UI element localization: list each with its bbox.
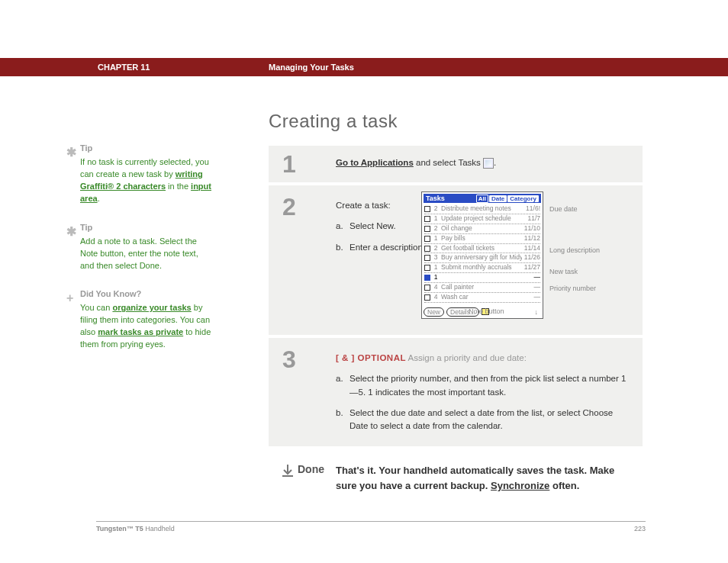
pda-task-row[interactable]: 1Update project schedule11/7 bbox=[424, 214, 540, 224]
substep-letter: b. bbox=[336, 241, 350, 254]
priority-number[interactable]: 4 bbox=[433, 283, 439, 292]
step-optional-line: [ & ] OPTIONAL Assign a priority and due… bbox=[336, 352, 629, 365]
asterisk-icon: ✱ bbox=[66, 143, 76, 161]
priority-number[interactable]: 1 bbox=[433, 234, 439, 243]
checkbox-icon[interactable] bbox=[424, 226, 430, 232]
pda-tabs: AllDateCategory bbox=[475, 195, 539, 202]
tip-body: If no task is currently selected, you ca… bbox=[80, 156, 214, 205]
checkbox-icon[interactable] bbox=[424, 294, 430, 301]
chapter-label: CHAPTER 11 bbox=[98, 63, 150, 72]
tips-sidebar: ✱TipIf no task is currently selected, yo… bbox=[80, 143, 214, 368]
pda-task-row[interactable]: 1Pay bills11/12 bbox=[424, 234, 540, 244]
scroll-down-icon[interactable]: ↓ bbox=[535, 308, 539, 316]
due-date[interactable]: — bbox=[534, 283, 541, 292]
checkbox-icon[interactable] bbox=[424, 216, 430, 222]
step-text: . bbox=[494, 158, 496, 167]
callout-new-task: New task bbox=[549, 268, 578, 275]
due-date[interactable]: 11/10 bbox=[524, 224, 540, 233]
tip-text: You can bbox=[80, 303, 112, 312]
pda-task-row[interactable]: 4Wash car— bbox=[424, 293, 540, 303]
callout-long-description: Long description bbox=[549, 246, 600, 254]
pda-task-list: 2Distribute meeting notes11/6!1Update pr… bbox=[424, 203, 541, 304]
pda-frame: TasksAllDateCategory2Distribute meeting … bbox=[421, 191, 543, 319]
priority-number[interactable]: 2 bbox=[433, 204, 439, 214]
product-name: Tungsten™ T5 Handheld bbox=[96, 525, 175, 532]
due-date[interactable]: 11/6! bbox=[526, 204, 540, 214]
priority-number[interactable]: 1 bbox=[433, 263, 439, 272]
step: 1Go to Applications and select Tasks . bbox=[269, 143, 643, 182]
step-number: 1 bbox=[282, 152, 336, 176]
done-text-post: often. bbox=[549, 480, 579, 491]
synchronize-link[interactable]: Synchronize bbox=[491, 480, 549, 491]
done-label-group: Done bbox=[282, 463, 336, 493]
priority-number[interactable]: 1 bbox=[433, 214, 439, 224]
substep-text: Select the due date and select a date fr… bbox=[350, 407, 629, 433]
task-description: Oil change bbox=[441, 224, 522, 233]
pda-tab[interactable]: Date bbox=[489, 195, 507, 202]
done-text: That's it. Your handheld automatically s… bbox=[336, 463, 629, 493]
priority-number[interactable]: 1 bbox=[433, 273, 439, 282]
priority-number[interactable]: 3 bbox=[433, 253, 439, 262]
due-date[interactable]: 11/26 bbox=[524, 253, 540, 262]
done-arrow-icon bbox=[282, 465, 293, 477]
pda-tab[interactable]: Category bbox=[507, 195, 539, 202]
due-date[interactable]: — bbox=[534, 293, 541, 302]
checkbox-icon[interactable] bbox=[424, 255, 430, 261]
tip-link[interactable]: mark tasks as private bbox=[98, 327, 183, 336]
checkbox-icon[interactable] bbox=[424, 246, 430, 252]
substep: a.Select the priority number, and then f… bbox=[336, 372, 629, 399]
due-date[interactable]: 11/14 bbox=[524, 244, 540, 253]
pda-task-row[interactable]: 2Distribute meeting notes11/6! bbox=[424, 204, 540, 214]
tip-text: . bbox=[98, 194, 100, 203]
tip-title: Tip bbox=[80, 222, 214, 234]
step-number: 2 bbox=[282, 195, 336, 321]
callout-priority-number: Priority number bbox=[549, 285, 596, 292]
footer: Tungsten™ T5 Handheld 223 bbox=[96, 525, 646, 532]
checkbox-icon[interactable] bbox=[424, 265, 430, 271]
due-date[interactable]: 11/12 bbox=[524, 234, 540, 243]
checkbox-icon[interactable] bbox=[424, 285, 430, 291]
due-date[interactable]: 11/27 bbox=[524, 263, 540, 272]
pda-app-title: Tasks bbox=[426, 195, 445, 202]
go-to-applications-link[interactable]: Go to Applications bbox=[336, 158, 414, 167]
pda-tab[interactable]: All bbox=[476, 195, 488, 203]
tip-block: ✱TipIf no task is currently selected, yo… bbox=[80, 143, 214, 205]
pda-task-row[interactable]: 1— bbox=[424, 273, 540, 283]
priority-number[interactable]: 2 bbox=[433, 244, 439, 253]
pda-task-row[interactable]: 3Buy anniversary gift for Midyne & Greg1… bbox=[424, 253, 540, 263]
optional-description: Assign a priority and due date: bbox=[406, 353, 527, 362]
substep: b.Select the due date and select a date … bbox=[336, 407, 629, 433]
callout-note-button: Note button bbox=[469, 307, 504, 315]
checkbox-icon[interactable] bbox=[424, 206, 430, 212]
section-title: Managing Your Tasks bbox=[269, 63, 354, 72]
substep-text: Select New. bbox=[350, 220, 396, 233]
product-name-bold: Tungsten™ T5 bbox=[96, 525, 143, 532]
page-number: 223 bbox=[634, 525, 646, 532]
pda-titlebar: TasksAllDateCategory bbox=[424, 194, 541, 203]
tasks-app-screenshot: TasksAllDateCategory2Distribute meeting … bbox=[421, 191, 650, 319]
tip-block: +Did You Know?You can organize your task… bbox=[80, 288, 214, 351]
pda-task-row[interactable]: 2Oil change11/10 bbox=[424, 224, 540, 234]
step: 2Create a task:a.Select New.b.Enter a de… bbox=[269, 182, 643, 335]
checkbox-icon[interactable] bbox=[424, 275, 430, 281]
due-date[interactable]: 11/7 bbox=[527, 214, 540, 224]
due-date[interactable]: — bbox=[534, 273, 541, 282]
step-text: and select Tasks bbox=[414, 158, 483, 167]
tip-link[interactable]: organize your tasks bbox=[112, 303, 191, 312]
steps-column: 1Go to Applications and select Tasks .2C… bbox=[269, 143, 643, 514]
checkbox-icon[interactable] bbox=[424, 236, 430, 242]
tip-body: Add a note to a task. Select the Note bu… bbox=[80, 236, 214, 272]
product-name-rest: Handheld bbox=[143, 525, 175, 532]
tip-text: in the bbox=[166, 182, 191, 191]
pda-task-row[interactable]: 1Submit monthly accruals11/27 bbox=[424, 263, 540, 273]
priority-number[interactable]: 4 bbox=[433, 293, 439, 302]
pda-task-row[interactable]: 2Get football tickets11/14 bbox=[424, 244, 540, 254]
done-label: Done bbox=[298, 463, 324, 475]
tip-body: You can organize your tasks by filing th… bbox=[80, 302, 214, 351]
tip-title: Did You Know? bbox=[80, 288, 214, 301]
step: 3[ & ] OPTIONAL Assign a priority and du… bbox=[269, 335, 643, 446]
pda-task-row[interactable]: 4Call painter— bbox=[424, 283, 540, 293]
new-button[interactable]: New bbox=[424, 307, 444, 317]
priority-number[interactable]: 2 bbox=[433, 224, 439, 233]
task-description: Distribute meeting notes bbox=[441, 204, 523, 214]
